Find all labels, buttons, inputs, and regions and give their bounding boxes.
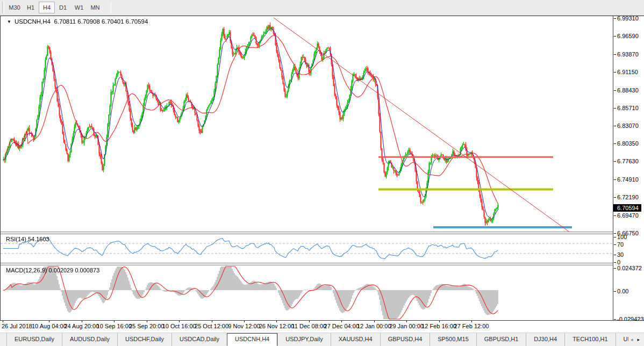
time-axis-label: 27 Feb 12:00 [450, 323, 493, 329]
tab-usdjpy-daily[interactable]: USDJPY,Daily [277, 333, 331, 346]
tab-scroll-left-icon[interactable]: ◂ [628, 337, 635, 342]
tab-dj30-h4[interactable]: DJ30,H4 [526, 333, 564, 346]
chart-ohlc-quote: 6.70811 6.70908 6.70401 6.70594 [54, 18, 148, 25]
tab-xauusd-h4[interactable]: XAUUSD,H4 [331, 333, 380, 346]
rsi-axis-label: 70 [617, 241, 624, 248]
price-axis-label: 6.88430 [617, 87, 639, 94]
tab-gbpusd-h4[interactable]: GBPUSD,H4 [380, 333, 430, 346]
tab-sp500-m15[interactable]: SP500,M15 [430, 333, 476, 346]
tab-usdcad-daily[interactable]: USDCAD,Daily [171, 333, 227, 346]
toolbar-separator [111, 2, 111, 13]
rsi-axis-label: 30 [617, 251, 624, 258]
tab-scroll-right-icon[interactable]: ▸ [635, 337, 642, 342]
price-axis-label: 6.85710 [617, 105, 639, 112]
tab-tech100-h1[interactable]: TECH100,H1 [564, 333, 615, 346]
price-axis-label: 6.69470 [617, 212, 639, 219]
main-chart-pane: ▼USDCNH,H4 6.70811 6.70908 6.70401 6.705… [1, 16, 613, 232]
timeframe-button-d1[interactable]: D1 [55, 2, 71, 13]
price-axis-label: 6.80350 [617, 140, 639, 147]
price-axis-label: 6.83070 [617, 122, 639, 129]
macd-canvas[interactable] [1, 265, 613, 320]
tab-gbpusd-h1[interactable]: GBPUSD,H1 [476, 333, 526, 346]
tab-usdchf-daily[interactable]: USDCHF,Daily [117, 333, 171, 346]
macd-axis-label: 0.024372 [617, 265, 642, 272]
chart-title: ▼USDCNH,H4 6.70811 6.70908 6.70401 6.705… [7, 18, 148, 25]
price-axis[interactable]: 6.99310 6.96590 6.93870 6.91150 6.88430 … [613, 16, 643, 320]
rsi-canvas[interactable] [1, 234, 613, 263]
price-axis-label: 6.96590 [617, 33, 639, 40]
price-axis-label: 6.72190 [617, 194, 639, 201]
timeframe-button-w1[interactable]: W1 [71, 2, 87, 13]
macd-indicator-label: MACD(12,26,9) 0.002029 0.000873 [6, 267, 99, 273]
chart-tab-bar: EURUSD,Daily AUDUSD,Daily USDCHF,Daily U… [0, 333, 644, 346]
tab-audusd-daily[interactable]: AUDUSD,Daily [62, 333, 117, 346]
price-axis-label: 6.99310 [617, 15, 639, 22]
price-axis-label: 6.77630 [617, 158, 639, 165]
toolbar-grip[interactable] [2, 2, 4, 13]
timeframe-toolbar: M30 H1 H4 D1 W1 MN [0, 0, 644, 16]
rsi-pane: RSI(14) 54.1603 [1, 234, 613, 263]
timeframe-button-m30[interactable]: M30 [6, 2, 23, 13]
symbol-dropdown-icon[interactable]: ▼ [7, 19, 11, 24]
price-axis-label: 6.74910 [617, 176, 639, 183]
timeframe-button-h1[interactable]: H1 [23, 2, 39, 13]
tab-ukc-truncated[interactable]: UKC [616, 333, 628, 346]
price-axis-label: 6.93870 [617, 51, 639, 58]
tab-scroll-controls: ◂ ▸ [628, 333, 644, 346]
price-axis-label: 6.91150 [617, 69, 638, 76]
chart-window: ▼USDCNH,H4 6.70811 6.70908 6.70401 6.705… [0, 16, 644, 321]
chart-symbol-period: USDCNH,H4 [15, 18, 51, 25]
macd-pane: MACD(12,26,9) 0.002029 0.000873 [1, 265, 613, 320]
time-axis[interactable]: 26 Jul 2018 10 Aug 04:00 24 Aug 20:00 10… [0, 321, 644, 333]
rsi-indicator-label: RSI(14) 54.1603 [6, 236, 49, 242]
tab-eurusd-daily[interactable]: EURUSD,Daily [6, 333, 62, 346]
mt4-window: M30 H1 H4 D1 W1 MN ▼USDCNH,H4 6.70811 6.… [0, 0, 644, 346]
macd-axis-label: 0.00 [617, 288, 628, 295]
timeframe-button-mn[interactable]: MN [87, 2, 103, 13]
main-chart-canvas[interactable] [1, 16, 613, 232]
current-price-badge: 6.70594 [613, 204, 641, 212]
timeframe-button-h4[interactable]: H4 [39, 2, 55, 13]
plot-column: ▼USDCNH,H4 6.70811 6.70908 6.70401 6.705… [0, 16, 613, 320]
tab-usdcnh-h4[interactable]: USDCNH,H4 [227, 333, 277, 346]
rsi-axis-label: 100 [617, 234, 627, 241]
